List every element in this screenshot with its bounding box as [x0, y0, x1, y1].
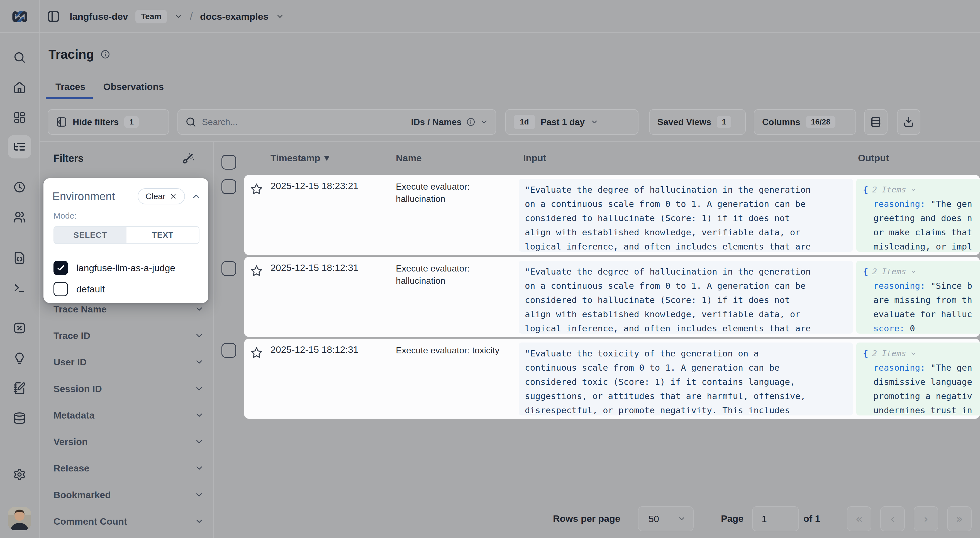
bookmark-star-icon[interactable] [250, 346, 263, 359]
sidebar-item-insights[interactable] [8, 346, 31, 370]
cell-output[interactable]: { 2 Items reasoning: "The gen dismissive… [856, 343, 980, 416]
page-title-row: Tracing [48, 47, 110, 62]
chevron-down-icon [194, 411, 204, 420]
filter-item-bookmarked[interactable]: Bookmarked [54, 487, 204, 503]
json-items-count[interactable]: 2 Items [872, 346, 906, 360]
bookmark-star-icon[interactable] [250, 183, 263, 195]
sidebar-item-playground[interactable] [8, 276, 31, 300]
page-number-field[interactable] [752, 506, 799, 531]
columns-button[interactable]: Columns 16/28 [754, 109, 856, 135]
json-items-count[interactable]: 2 Items [872, 183, 906, 197]
environment-chevron-down-icon[interactable] [276, 12, 284, 21]
column-header-input[interactable]: Input [523, 152, 546, 163]
column-header-timestamp[interactable]: Timestamp [270, 152, 330, 163]
row-checkbox[interactable] [221, 179, 236, 194]
mode-option-text[interactable]: TEXT [126, 227, 199, 243]
filter-item-release[interactable]: Release [54, 460, 204, 476]
rows-per-page-select[interactable]: 50 [638, 506, 694, 531]
search-scope-selector[interactable]: IDs / Names [411, 117, 488, 127]
column-header-output[interactable]: Output [858, 152, 889, 163]
info-icon[interactable] [466, 117, 476, 127]
column-header-label: Output [858, 152, 889, 163]
time-range-button[interactable]: 1d Past 1 day [505, 109, 638, 135]
export-download-button[interactable] [897, 109, 920, 135]
json-brace: { [863, 346, 868, 360]
last-page-button[interactable]: » [947, 506, 972, 531]
json-items-count[interactable]: 2 Items [872, 265, 906, 279]
filter-item-comment-count[interactable]: Comment Count [54, 513, 204, 530]
cell-input[interactable]: "Evaluate the degree of hallucination in… [519, 179, 853, 252]
filter-item-label: Trace ID [54, 330, 90, 341]
chevron-down-icon [194, 305, 204, 314]
prev-page-button[interactable]: ‹ [880, 506, 905, 531]
sidebar-item-home[interactable] [8, 76, 31, 99]
sidebar-divider [39, 0, 40, 538]
dashboard-grid-icon [13, 111, 26, 124]
filter-item-label: Version [54, 436, 88, 447]
checkbox-unchecked[interactable] [54, 282, 68, 296]
row-checkbox[interactable] [221, 343, 236, 358]
bookmark-star-icon[interactable] [250, 265, 263, 277]
rows-per-page-label: Rows per page [553, 513, 620, 524]
environment-breadcrumb[interactable]: docs-examples [200, 11, 269, 22]
info-icon[interactable] [100, 49, 110, 59]
active-tab-underline [46, 97, 93, 99]
chevron-down-icon[interactable] [910, 350, 917, 357]
sidebar-item-dashboards[interactable] [8, 106, 31, 129]
filter-item-label: Release [54, 463, 89, 474]
environment-option[interactable]: langfuse-llm-as-a-judge [54, 261, 175, 275]
sidebar-item-prompts[interactable] [8, 246, 31, 270]
row-height-button[interactable] [864, 109, 888, 135]
tab-observations[interactable]: Observations [103, 81, 164, 92]
filter-item-session-id[interactable]: Session ID [54, 380, 204, 397]
sidebar-item-tracing[interactable] [8, 135, 31, 159]
filter-item-version[interactable]: Version [54, 433, 204, 450]
wand-sparkles-icon[interactable] [181, 152, 194, 165]
cell-input[interactable]: "Evaluate the degree of hallucination in… [519, 261, 853, 333]
project-name[interactable]: langfuse-dev [70, 11, 128, 22]
column-header-name[interactable]: Name [396, 152, 422, 163]
saved-views-button[interactable]: Saved Views 1 [649, 109, 746, 135]
cell-output[interactable]: { 2 Items reasoning: "The gen greeting a… [856, 179, 980, 252]
sidebar-item-annotation[interactable] [8, 376, 31, 400]
hide-filters-button[interactable]: Hide filters 1 [48, 109, 169, 135]
project-chevron-down-icon[interactable] [174, 12, 183, 21]
panel-left-close-icon [56, 116, 67, 127]
tab-traces[interactable]: Traces [56, 81, 86, 92]
chevron-down-icon[interactable] [910, 187, 917, 193]
saved-views-count-badge: 1 [717, 116, 731, 128]
filter-item-trace-name[interactable]: Trace Name [54, 301, 204, 317]
json-value: or make claims that [873, 227, 972, 237]
sidebar-item-evals[interactable] [8, 316, 31, 340]
select-all-checkbox[interactable] [221, 155, 236, 170]
row-checkbox[interactable] [221, 261, 236, 276]
environment-option[interactable]: default [54, 282, 105, 296]
settings-gear-icon [13, 468, 26, 481]
clear-filter-button[interactable]: Clear [138, 188, 185, 205]
sidebar-item-users[interactable] [8, 206, 31, 229]
columns-label: Columns [762, 117, 800, 127]
cell-input[interactable]: "Evaluate the toxicity of the generation… [519, 343, 853, 416]
filter-item-metadata[interactable]: Metadata [54, 407, 204, 424]
search-icon [185, 116, 196, 127]
chevron-down-icon[interactable] [910, 268, 917, 275]
page-number-input[interactable] [752, 507, 799, 531]
sidebar-toggle-button[interactable] [45, 8, 62, 25]
first-page-button[interactable]: « [847, 506, 871, 531]
mode-option-select[interactable]: SELECT [54, 227, 126, 243]
search-bar[interactable]: IDs / Names [177, 109, 496, 135]
user-avatar[interactable] [8, 507, 31, 530]
project-plan-badge: Team [135, 10, 167, 24]
sidebar-item-settings[interactable] [8, 463, 31, 486]
cell-output[interactable]: { 2 Items reasoning: "Since b are missin… [856, 261, 980, 333]
filter-item-user-id[interactable]: User ID [54, 354, 204, 370]
search-input[interactable] [202, 117, 406, 127]
next-page-button[interactable]: › [914, 506, 938, 531]
filter-item-trace-id[interactable]: Trace ID [54, 327, 204, 344]
json-value: promoting a negativ [873, 391, 972, 401]
collapse-section-button[interactable] [191, 191, 201, 202]
sidebar-item-search[interactable] [8, 46, 31, 69]
sidebar-item-datasets[interactable] [8, 406, 31, 430]
sidebar-item-sessions[interactable] [8, 175, 31, 199]
checkbox-checked[interactable] [54, 261, 68, 275]
